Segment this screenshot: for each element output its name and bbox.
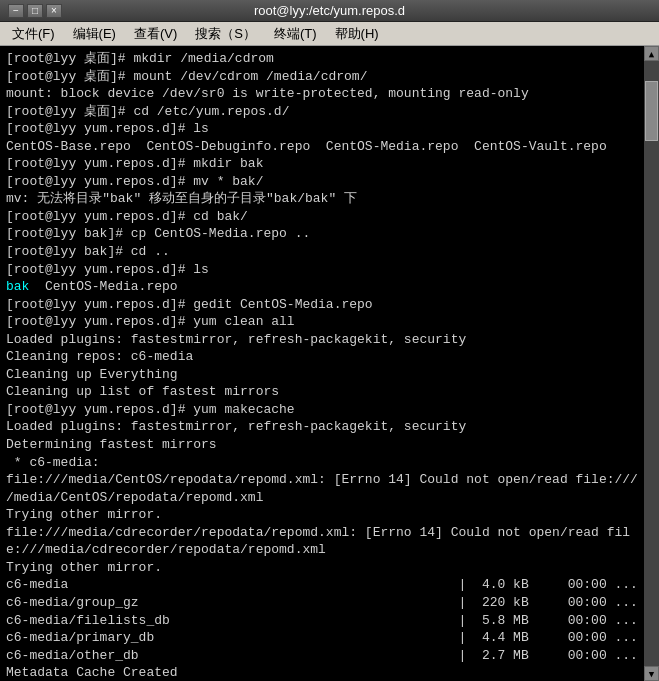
terminal-line: [root@lyy yum.repos.d]# mkdir bak bbox=[6, 155, 638, 173]
title-bar: − □ × root@lyy:/etc/yum.repos.d bbox=[0, 0, 659, 22]
terminal-line: [root@lyy yum.repos.d]# yum clean all bbox=[6, 313, 638, 331]
scrollbar-up-button[interactable]: ▲ bbox=[644, 46, 659, 61]
terminal-line: [root@lyy yum.repos.d]# yum makecache bbox=[6, 401, 638, 419]
terminal-line: c6-media/group_gz | 220 kB 00:00 ... bbox=[6, 594, 638, 612]
terminal-line: file:///media/CentOS/repodata/repomd.xml… bbox=[6, 471, 638, 489]
scrollbar[interactable]: ▲ ▼ bbox=[644, 46, 659, 681]
terminal-line: Trying other mirror. bbox=[6, 506, 638, 524]
menu-edit[interactable]: 编辑(E) bbox=[65, 23, 124, 45]
maximize-button[interactable]: □ bbox=[27, 4, 43, 18]
terminal-line: mv: 无法将目录"bak" 移动至自身的子目录"bak/bak" 下 bbox=[6, 190, 638, 208]
terminal-line: Trying other mirror. bbox=[6, 559, 638, 577]
terminal-line: Cleaning up Everything bbox=[6, 366, 638, 384]
scrollbar-thumb[interactable] bbox=[645, 81, 658, 141]
terminal-line: [root@lyy bak]# cp CentOS-Media.repo .. bbox=[6, 225, 638, 243]
terminal-line: [root@lyy yum.repos.d]# ls bbox=[6, 120, 638, 138]
terminal-content[interactable]: [root@lyy 桌面]# mkdir /media/cdrom[root@l… bbox=[0, 46, 644, 681]
terminal-line: CentOS-Base.repo CentOS-Debuginfo.repo C… bbox=[6, 138, 638, 156]
terminal-line: [root@lyy yum.repos.d]# ls bbox=[6, 261, 638, 279]
menu-file[interactable]: 文件(F) bbox=[4, 23, 63, 45]
menu-help[interactable]: 帮助(H) bbox=[327, 23, 387, 45]
terminal-line: [root@lyy bak]# cd .. bbox=[6, 243, 638, 261]
terminal-line: [root@lyy yum.repos.d]# cd bak/ bbox=[6, 208, 638, 226]
terminal-line: mount: block device /dev/sr0 is write-pr… bbox=[6, 85, 638, 103]
menu-search[interactable]: 搜索（S） bbox=[187, 23, 264, 45]
window-title: root@lyy:/etc/yum.repos.d bbox=[68, 3, 591, 18]
scrollbar-down-button[interactable]: ▼ bbox=[644, 666, 659, 681]
terminal-line: [root@lyy 桌面]# mkdir /media/cdrom bbox=[6, 50, 638, 68]
terminal-line: /media/CentOS/repodata/repomd.xml bbox=[6, 489, 638, 507]
scrollbar-track[interactable] bbox=[644, 61, 659, 666]
terminal-line: Cleaning up list of fastest mirrors bbox=[6, 383, 638, 401]
minimize-button[interactable]: − bbox=[8, 4, 24, 18]
terminal-line: c6-media/primary_db | 4.4 MB 00:00 ... bbox=[6, 629, 638, 647]
menu-view[interactable]: 查看(V) bbox=[126, 23, 185, 45]
terminal-area[interactable]: [root@lyy 桌面]# mkdir /media/cdrom[root@l… bbox=[0, 46, 659, 681]
terminal-line: [root@lyy yum.repos.d]# mv * bak/ bbox=[6, 173, 638, 191]
terminal-line: Cleaning repos: c6-media bbox=[6, 348, 638, 366]
terminal-line: c6-media | 4.0 kB 00:00 ... bbox=[6, 576, 638, 594]
terminal-line: [root@lyy 桌面]# mount /dev/cdrom /media/c… bbox=[6, 68, 638, 86]
terminal-line: [root@lyy 桌面]# cd /etc/yum.repos.d/ bbox=[6, 103, 638, 121]
terminal-line: Metadata Cache Created bbox=[6, 664, 638, 681]
menu-terminal[interactable]: 终端(T) bbox=[266, 23, 325, 45]
terminal-line: [root@lyy yum.repos.d]# gedit CentOS-Med… bbox=[6, 296, 638, 314]
window-container: − □ × root@lyy:/etc/yum.repos.d 文件(F) 编辑… bbox=[0, 0, 659, 681]
terminal-line: e:///media/cdrecorder/repodata/repomd.xm… bbox=[6, 541, 638, 559]
terminal-line: c6-media/other_db | 2.7 MB 00:00 ... bbox=[6, 647, 638, 665]
terminal-line: bak CentOS-Media.repo bbox=[6, 278, 638, 296]
menu-bar: 文件(F) 编辑(E) 查看(V) 搜索（S） 终端(T) 帮助(H) bbox=[0, 22, 659, 46]
terminal-line: Loaded plugins: fastestmirror, refresh-p… bbox=[6, 331, 638, 349]
terminal-line: Loaded plugins: fastestmirror, refresh-p… bbox=[6, 418, 638, 436]
terminal-line: Determining fastest mirrors bbox=[6, 436, 638, 454]
terminal-line: * c6-media: bbox=[6, 454, 638, 472]
terminal-line: file:///media/cdrecorder/repodata/repomd… bbox=[6, 524, 638, 542]
close-button[interactable]: × bbox=[46, 4, 62, 18]
terminal-line: c6-media/filelists_db | 5.8 MB 00:00 ... bbox=[6, 612, 638, 630]
